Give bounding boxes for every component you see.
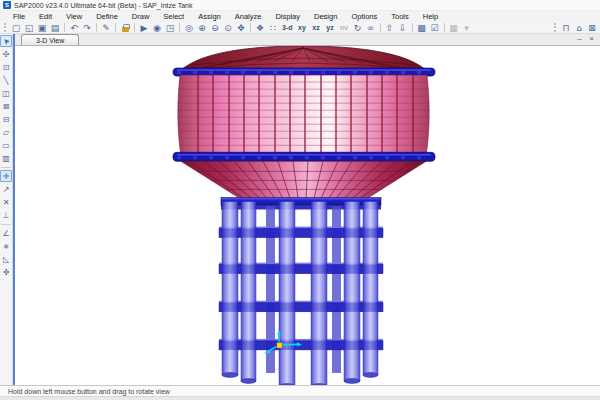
draw-joint-icon[interactable]: ⊡ (0, 61, 12, 73)
draw-link-icon-glyph: ✜ (3, 268, 10, 277)
tank-cylindrical-wall[interactable] (177, 75, 430, 156)
intze-tank-model[interactable] (15, 46, 600, 385)
run-analysis-icon-glyph: ▶ (141, 23, 148, 33)
template-portal-icon[interactable]: ⌂ (573, 22, 585, 33)
template-truss-icon[interactable]: ⊠ (586, 22, 598, 33)
view-xz-button[interactable]: xz (310, 22, 323, 33)
view-3d-button[interactable]: 3-d (280, 22, 295, 33)
named-display-icon[interactable]: ▦ (448, 22, 460, 33)
draw-poly-area-icon[interactable]: ▱ (0, 126, 12, 138)
move-down-list-icon[interactable]: ⇩ (397, 22, 409, 33)
draw-joint-icon-glyph: ⊡ (3, 63, 10, 72)
snap-joints-icon[interactable]: ✛ (0, 170, 12, 182)
undo-icon[interactable]: ↶ (68, 22, 80, 33)
menu-select[interactable]: Select (156, 12, 191, 21)
view-tab-row: 3-D View – × (15, 34, 600, 46)
snap-edges-icon-glyph: ∠ (2, 229, 9, 238)
toolbar-separator (179, 23, 180, 32)
template-beam-icon-glyph: ⊓ (562, 23, 569, 33)
menu-design[interactable]: Design (307, 12, 344, 21)
undo-icon-glyph: ↶ (70, 23, 78, 33)
quick-draw-secondary-beams-icon[interactable]: ⊟ (0, 113, 12, 125)
view-nv-button[interactable]: nv (338, 22, 351, 33)
status-bar: Hold down left mouse button and drag to … (0, 385, 600, 400)
quick-draw-secondary-beams-icon-glyph: ⊟ (3, 115, 10, 124)
perspective-icon[interactable]: ❖ (254, 22, 266, 33)
start-animation-icon[interactable]: ◉ (151, 22, 163, 33)
side-toolbar: ➤✣⊡╲◫⊠⊟▱▭▥✛↗✕⊥∠∗◺✜ (0, 34, 13, 385)
draw-rect-area-icon[interactable]: ▭ (0, 139, 12, 151)
snap-joints-icon-glyph: ✛ (3, 172, 10, 181)
rubber-band-zoom-icon[interactable]: ◳ (164, 22, 176, 33)
snap-perpendicular-icon-glyph: ⊥ (3, 211, 10, 220)
pencil-draw-icon[interactable]: ✎ (100, 22, 112, 33)
pencil-draw-icon-glyph: ✎ (102, 23, 110, 33)
snap-intersections-icon[interactable]: ✕ (0, 196, 12, 208)
rotate-view-icon[interactable]: ↻ (352, 22, 364, 33)
zoom-out-icon[interactable]: ⊖ (209, 22, 221, 33)
axes-dots-icon[interactable]: ∷ (267, 22, 279, 33)
quick-draw-braced-frame-icon[interactable]: ⊠ (0, 100, 12, 112)
perspective-glasses-icon[interactable]: ∞ (365, 22, 377, 33)
toolbar-separator (134, 23, 135, 32)
menu-analyze[interactable]: Analyze (228, 12, 269, 21)
snap-perpendicular-icon[interactable]: ⊥ (0, 209, 12, 221)
restore-full-view-icon-glyph: ◎ (185, 23, 193, 33)
menu-file[interactable]: File (6, 12, 32, 21)
minimize-view-button[interactable]: – (575, 35, 584, 44)
restore-full-view-icon[interactable]: ◎ (183, 22, 195, 33)
rotate-view-icon-glyph: ↻ (354, 23, 362, 33)
reshape-object-icon[interactable]: ✣ (0, 48, 12, 60)
quick-draw-area-icon[interactable]: ▥ (0, 152, 12, 164)
template-beam-icon[interactable]: ⊓ (560, 22, 572, 33)
save-icon[interactable]: ▣ (36, 22, 48, 33)
redo-icon[interactable]: ↷ (81, 22, 93, 33)
print-icon[interactable]: ▤ (49, 22, 61, 33)
move-up-list-icon[interactable]: ⇧ (384, 22, 396, 33)
run-analysis-icon[interactable]: ▶ (138, 22, 150, 33)
menu-view[interactable]: View (59, 12, 89, 21)
dropdown-arrow-icon[interactable]: ▾ (461, 22, 473, 33)
menu-draw[interactable]: Draw (125, 12, 157, 21)
dropdown-arrow-icon-glyph: ▾ (464, 23, 469, 33)
toolbar-separator (380, 23, 381, 32)
draw-frame-icon[interactable]: ╲ (0, 74, 12, 86)
menu-assign[interactable]: Assign (191, 12, 228, 21)
menu-display[interactable]: Display (268, 12, 307, 21)
menu-bar: FileEditViewDefineDrawSelectAssignAnalyz… (0, 11, 600, 22)
quick-draw-frame-icon[interactable]: ◫ (0, 87, 12, 99)
snap-fine-grid-icon[interactable]: ∗ (0, 240, 12, 252)
perspective-icon-glyph: ❖ (256, 23, 264, 33)
template-portal-icon-glyph: ⌂ (576, 23, 582, 33)
tab-3d-view[interactable]: 3-D View (21, 34, 79, 45)
model-canvas[interactable] (15, 46, 600, 385)
snap-midpoints-icon[interactable]: ↗ (0, 183, 12, 195)
menu-edit[interactable]: Edit (32, 12, 59, 21)
close-view-button[interactable]: × (587, 35, 596, 44)
view-xy-button[interactable]: xy (296, 22, 309, 33)
menu-tools[interactable]: Tools (384, 12, 416, 21)
tank-bottom-ring-beam[interactable] (173, 152, 435, 161)
tank-conical-bottom[interactable] (181, 161, 426, 198)
menu-options[interactable]: Options (344, 12, 384, 21)
display-options-icon-glyph: ☑ (430, 23, 438, 33)
select-pointer-icon[interactable]: ➤ (0, 35, 12, 47)
measure-icon[interactable]: ◺ (0, 253, 12, 265)
zoom-in-icon[interactable]: ⊕ (196, 22, 208, 33)
toolbar-separator (1, 167, 11, 168)
shrink-objects-icon[interactable]: ▩ (416, 22, 428, 33)
display-options-icon[interactable]: ☑ (429, 22, 441, 33)
pan-icon-glyph: ✥ (237, 23, 245, 33)
open-file-icon[interactable]: ◱ (23, 22, 35, 33)
pan-icon[interactable]: ✥ (235, 22, 247, 33)
previous-zoom-icon[interactable]: ⊙ (222, 22, 234, 33)
new-model-icon[interactable]: ▢ (10, 22, 22, 33)
lock-model-icon[interactable] (119, 22, 131, 33)
menu-define[interactable]: Define (89, 12, 125, 21)
toolbar-separator (64, 23, 65, 32)
snap-edges-icon[interactable]: ∠ (0, 227, 12, 239)
draw-link-icon[interactable]: ✜ (0, 266, 12, 278)
view-yz-button[interactable]: yz (324, 22, 337, 33)
menu-help[interactable]: Help (416, 12, 445, 21)
lock-glyph (122, 27, 129, 32)
